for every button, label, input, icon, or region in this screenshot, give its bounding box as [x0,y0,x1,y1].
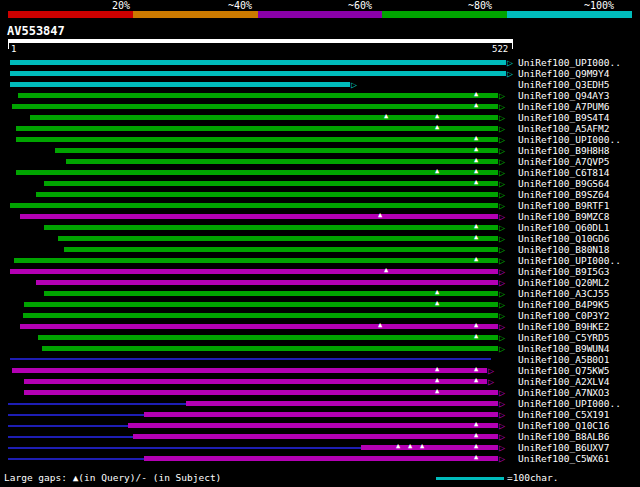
hit-bar[interactable] [128,423,498,428]
hit-label[interactable]: UniRef100_Q20ML2 [518,278,610,288]
gap-triangle-icon: ▲ [474,376,478,385]
hit-label[interactable]: UniRef100_B9I5G3 [518,267,610,277]
hit-label[interactable]: UniRef100_B9S4T4 [518,113,610,123]
hit-label[interactable]: UniRef100_UPI000.. [518,135,621,145]
hit-bar[interactable] [20,324,498,329]
hit-label[interactable]: UniRef100_Q9M9Y4 [518,69,610,79]
continuation-arrow-icon: ▷ [499,332,505,343]
continuation-arrow-icon: ▷ [499,453,505,464]
hit-label[interactable]: UniRef100_Q94AY3 [518,91,610,101]
hit-bar[interactable] [44,225,498,230]
hit-bar[interactable] [16,170,498,175]
alignment-row: ▷▲UniRef100_UPI000.. [8,134,640,145]
hit-label[interactable]: UniRef100_B9WUN4 [518,344,610,354]
hit-bar[interactable] [66,159,498,164]
hit-bar[interactable] [58,236,498,241]
gap-triangle-icon: ▲ [474,222,478,231]
hit-label[interactable]: UniRef100_A2XLV4 [518,377,610,387]
hit-label[interactable]: UniRef100_UPI000.. [518,399,621,409]
hit-bar[interactable] [16,137,498,142]
alignment-row: ▷UniRef100_UPI000.. [8,398,640,409]
hit-label[interactable]: UniRef100_B9GS64 [518,179,610,189]
hit-label[interactable]: UniRef100_Q60DL1 [518,223,610,233]
hit-bar[interactable] [20,214,498,219]
hit-bar[interactable] [44,181,498,186]
hit-label[interactable]: UniRef100_A7PUM6 [518,102,610,112]
alignment-row: ▷▲UniRef100_Q10C16 [8,420,640,431]
hit-bar[interactable] [24,379,487,384]
alignment-row: ▷▲▲UniRef100_Q75KW5 [8,365,640,376]
hit-label[interactable]: UniRef100_Q10GD6 [518,234,610,244]
continuation-arrow-icon: ▷ [499,310,505,321]
hit-label[interactable]: UniRef100_A7NXO3 [518,388,610,398]
hit-label[interactable]: UniRef100_B9H8H8 [518,146,610,156]
alignment-row: ▷▲UniRef100_A7QVP5 [8,156,640,167]
hit-label[interactable]: UniRef100_UPI000.. [518,58,621,68]
hit-label[interactable]: UniRef100_C5X191 [518,410,610,420]
alignment-row: ▷▲▲UniRef100_C6T814 [8,167,640,178]
gap-triangle-icon: ▲ [474,145,478,154]
hit-bar[interactable] [186,401,498,406]
continuation-arrow-icon: ▷ [499,178,505,189]
hit-bar[interactable] [144,456,498,461]
hit-bar[interactable] [36,280,498,285]
hit-label[interactable]: UniRef100_C5YRD5 [518,333,610,343]
hit-bar[interactable] [18,93,498,98]
hit-label[interactable]: UniRef100_Q75KW5 [518,366,610,376]
hit-bar[interactable] [23,313,498,318]
hit-bar[interactable] [42,346,498,351]
ruler-end-label: 522 [492,44,508,54]
hit-bar[interactable] [12,104,498,109]
hit-bar[interactable] [12,368,487,373]
hit-label[interactable]: UniRef100_C5WX61 [518,454,610,464]
hit-label[interactable]: UniRef100_UPI000.. [518,256,621,266]
hit-bar[interactable] [36,192,498,197]
hit-bar[interactable] [16,126,498,131]
hit-bar[interactable] [10,82,350,87]
hit-label[interactable]: UniRef100_B4P9K5 [518,300,610,310]
hit-label[interactable]: UniRef100_B9RTF1 [518,201,610,211]
hit-bar[interactable] [10,71,506,76]
hit-label[interactable]: UniRef100_C0P3Y2 [518,311,610,321]
hit-label[interactable]: UniRef100_B9HKE2 [518,322,610,332]
hit-bar[interactable] [38,335,498,340]
hit-bar[interactable] [44,291,498,296]
hit-bar[interactable] [64,247,498,252]
hit-label[interactable]: UniRef100_A7QVP5 [518,157,610,167]
hit-label[interactable]: UniRef100_A5AFM2 [518,124,610,134]
hit-label[interactable]: UniRef100_B6UXV7 [518,443,610,453]
continuation-arrow-icon: ▷ [499,431,505,442]
hit-bar[interactable] [24,390,498,395]
hit-label[interactable]: UniRef100_B80N18 [518,245,610,255]
hit-label[interactable]: UniRef100_B8ALB6 [518,432,610,442]
hit-label[interactable]: UniRef100_Q10C16 [518,421,610,431]
hit-bar[interactable] [24,302,498,307]
hit-label[interactable]: UniRef100_C6T814 [518,168,610,178]
alignment-rows: ▷UniRef100_UPI000..▷UniRef100_Q9M9Y4▷Uni… [8,57,640,464]
hit-label[interactable]: UniRef100_B9SZ64 [518,190,610,200]
hit-bar[interactable] [30,115,498,120]
hit-bar[interactable] [10,203,498,208]
hit-label[interactable]: UniRef100_Q3EDH5 [518,80,610,90]
alignment-row: ▷▲▲▲▲UniRef100_B6UXV7 [8,442,640,453]
gap-triangle-icon: ▲ [474,156,478,165]
hit-bar[interactable] [14,258,498,263]
hit-bar[interactable] [55,148,498,153]
footer: Large gaps: ▲(in Query)/- (in Subject) =… [0,470,640,487]
hit-label[interactable]: UniRef100_A5B0O1 [518,355,610,365]
continuation-arrow-icon: ▷ [499,343,505,354]
query-name: AV553847 [7,24,65,38]
alignment-row: ▷▲UniRef100_Q10GD6 [8,233,640,244]
hit-bar[interactable] [133,434,498,439]
continuation-arrow-icon: ▷ [499,101,505,112]
hit-label[interactable]: UniRef100_A3CJ55 [518,289,610,299]
hit-bar[interactable] [144,412,498,417]
hit-bar[interactable] [10,269,498,274]
continuation-arrow-icon: ▷ [351,79,357,90]
continuation-arrow-icon: ▷ [499,277,505,288]
hit-bar[interactable] [10,60,506,65]
hit-bar[interactable] [10,358,491,360]
hit-label[interactable]: UniRef100_B9MZC8 [518,212,610,222]
key-label: ~100% [584,0,614,11]
ruler-tick-end [512,43,513,49]
